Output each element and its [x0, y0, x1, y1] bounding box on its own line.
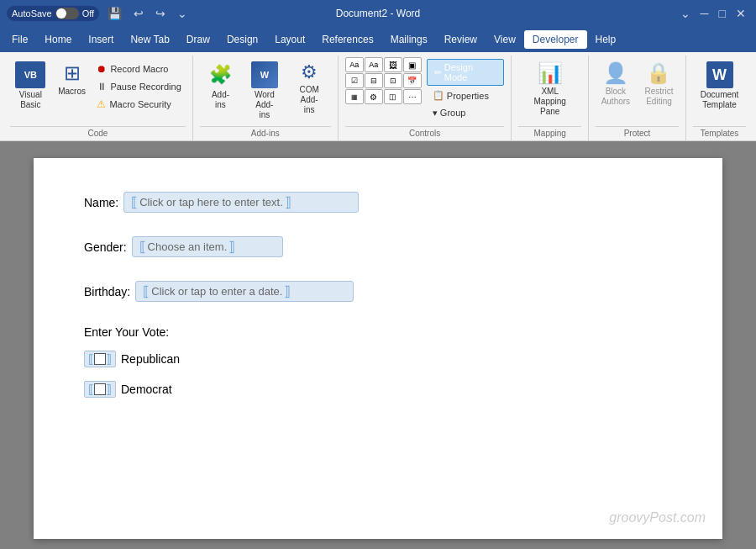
- group-button[interactable]: ▾ Group: [427, 105, 505, 121]
- gender-bracket-left: ⟦: [139, 239, 146, 255]
- design-mode-button[interactable]: ✏ Design Mode: [427, 59, 505, 86]
- building-block-ctrl-button[interactable]: ▣: [403, 57, 422, 72]
- ribbon-group-code: VB VisualBasic ⊞ Macros ⏺ Record Macro: [3, 55, 193, 140]
- close-icon[interactable]: ✕: [732, 5, 749, 22]
- menu-home[interactable]: Home: [36, 30, 80, 49]
- autosave-toggle[interactable]: [55, 8, 79, 19]
- macros-icon: ⊞: [64, 61, 81, 85]
- name-placeholder: Click or tap here to enter text.: [139, 196, 283, 209]
- extra2-ctrl-button[interactable]: ⋯: [403, 89, 422, 104]
- com-add-ins-icon: ⚙: [301, 61, 318, 83]
- ribbon-group-mapping: 📊 XML MappingPane Mapping: [512, 55, 588, 140]
- word-add-ins-icon: W: [251, 61, 278, 88]
- ribbon-group-protect-content: 👤 BlockAuthors 🔒 RestrictEditing: [596, 57, 679, 124]
- macro-security-label: Macro Security: [109, 99, 171, 109]
- menu-help[interactable]: Help: [587, 30, 625, 49]
- picture-ctrl-button[interactable]: 🖼: [384, 57, 402, 72]
- autosave-label: AutoSave: [12, 8, 52, 18]
- ribbon-group-protect: 👤 BlockAuthors 🔒 RestrictEditing Protect: [589, 55, 686, 140]
- legacy-ctrl-button[interactable]: ▦: [345, 89, 364, 104]
- autosave-state: Off: [82, 8, 94, 18]
- checkbox-ctrl-button[interactable]: ☑: [345, 73, 364, 88]
- text-content-ctrl-button[interactable]: Aa: [345, 57, 364, 72]
- xml-mapping-label: XML MappingPane: [524, 87, 575, 117]
- menu-draw[interactable]: Draw: [178, 30, 218, 49]
- menu-review[interactable]: Review: [436, 30, 486, 49]
- ribbon-display-icon[interactable]: ⌄: [677, 5, 694, 22]
- controls-group-label: Controls: [345, 126, 505, 140]
- democrat-checkbox-box[interactable]: [94, 383, 106, 395]
- democrat-bracket-right: ⟧: [106, 383, 112, 396]
- menu-mailings[interactable]: Mailings: [382, 30, 436, 49]
- menu-view[interactable]: View: [486, 30, 524, 49]
- block-authors-button[interactable]: 👤 BlockAuthors: [596, 57, 636, 111]
- democrat-checkbox-field[interactable]: ⟦ ⟧: [84, 381, 116, 398]
- com-add-ins-button[interactable]: ⚙ COMAdd-ins: [288, 57, 331, 119]
- add-ins-button[interactable]: 🧩 Add-ins: [200, 57, 241, 114]
- democrat-label: Democrat: [121, 383, 172, 396]
- menu-insert[interactable]: Insert: [80, 30, 122, 49]
- menu-bar: File Home Insert New Tab Draw Design Lay…: [0, 27, 756, 52]
- ribbon-group-addins-content: 🧩 Add-ins W WordAdd-ins ⚙ COMAdd-ins: [200, 57, 331, 124]
- com-add-ins-label: COMAdd-ins: [296, 85, 323, 115]
- visual-basic-icon: VB: [15, 61, 45, 88]
- word-add-ins-button[interactable]: W WordAdd-ins: [243, 57, 286, 124]
- group-label: ▾ Group: [433, 108, 466, 119]
- document-template-button[interactable]: W DocumentTemplate: [693, 57, 746, 114]
- extra1-ctrl-button[interactable]: ◫: [384, 89, 402, 104]
- gender-dropdown-field[interactable]: ⟦ Choose an item. ⟧: [132, 236, 283, 257]
- birthday-date-field[interactable]: ⟦ Click or tap to enter a date. ⟧: [135, 281, 354, 302]
- macro-security-button[interactable]: ⚠ Macro Security: [92, 96, 185, 113]
- design-mode-icon: ✏: [434, 67, 442, 78]
- pause-icon: ⏸: [97, 81, 107, 92]
- title-bar-right: ⌄ ─ □ ✕: [677, 5, 749, 22]
- properties-icon: 📋: [433, 90, 444, 101]
- menu-design[interactable]: Design: [218, 30, 266, 49]
- minimize-icon[interactable]: ─: [697, 5, 712, 22]
- macros-button[interactable]: ⊞ Macros: [53, 57, 92, 101]
- menu-file[interactable]: File: [3, 30, 36, 49]
- undo-icon[interactable]: ↩: [130, 5, 147, 22]
- date-ctrl-button[interactable]: 📅: [403, 73, 422, 88]
- combo-ctrl-button[interactable]: ⊟: [365, 73, 383, 88]
- republican-checkbox-field[interactable]: ⟦ ⟧: [84, 351, 116, 367]
- menu-developer[interactable]: Developer: [524, 30, 587, 49]
- autosave-badge[interactable]: AutoSave Off: [7, 6, 99, 21]
- dropdown-ctrl-button[interactable]: ⊡: [384, 73, 402, 88]
- birthday-label: Birthday:: [84, 285, 130, 298]
- republican-checkbox-row: ⟦ ⟧ Republican: [84, 351, 672, 367]
- name-bracket-right: ⟧: [285, 194, 291, 210]
- gender-placeholder: Choose an item.: [148, 240, 228, 253]
- redo-icon[interactable]: ↪: [152, 5, 169, 22]
- controls-row-1: Aa Aa 🖼 ▣: [345, 57, 422, 72]
- ribbon-group-addins: 🧩 Add-ins W WordAdd-ins ⚙ COMAdd-ins Add…: [193, 55, 339, 140]
- name-bracket-left: ⟦: [131, 194, 138, 210]
- save-icon[interactable]: 💾: [104, 5, 125, 22]
- birthday-placeholder: Click or tap to enter a date.: [151, 285, 282, 298]
- protect-group-label: Protect: [596, 126, 679, 140]
- pause-recording-button[interactable]: ⏸ Pause Recording: [92, 78, 185, 95]
- menu-newtab[interactable]: New Tab: [122, 30, 177, 49]
- controls-row-2: ☑ ⊟ ⊡ 📅: [345, 73, 422, 88]
- ribbon-group-controls: Aa Aa 🖼 ▣ ☑ ⊟ ⊡ 📅 ▦ ⚙ ◫: [339, 55, 512, 140]
- customize-qat-icon[interactable]: ⌄: [174, 5, 191, 22]
- menu-references[interactable]: References: [313, 30, 381, 49]
- properties-label: Properties: [447, 91, 489, 101]
- window-title: Document2 - Word: [336, 8, 420, 19]
- name-label: Name:: [84, 196, 118, 209]
- ribbon-content: VB VisualBasic ⊞ Macros ⏺ Record Macro: [0, 52, 756, 140]
- restrict-editing-label: RestrictEditing: [645, 87, 674, 107]
- properties-button[interactable]: 📋 Properties: [427, 87, 505, 103]
- gender-label: Gender:: [84, 240, 127, 254]
- menu-layout[interactable]: Layout: [266, 30, 313, 49]
- xml-mapping-pane-button[interactable]: 📊 XML MappingPane: [518, 57, 580, 121]
- visual-basic-button[interactable]: VB VisualBasic: [10, 57, 51, 114]
- design-mode-label: Design Mode: [444, 62, 497, 82]
- name-input-field[interactable]: ⟦ Click or tap here to enter text. ⟧: [123, 192, 359, 213]
- republican-checkbox-box[interactable]: [94, 353, 106, 365]
- record-macro-button[interactable]: ⏺ Record Macro: [92, 61, 185, 77]
- text-plain-ctrl-button[interactable]: Aa: [365, 57, 383, 72]
- tools-ctrl-button[interactable]: ⚙: [365, 89, 383, 104]
- maximize-icon[interactable]: □: [716, 5, 729, 22]
- restrict-editing-button[interactable]: 🔒 RestrictEditing: [639, 57, 679, 111]
